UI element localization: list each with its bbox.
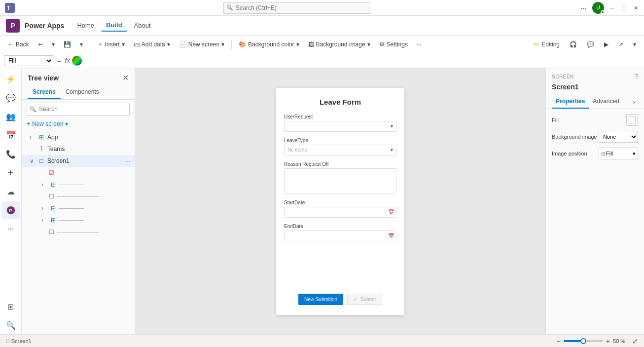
prop-select-background-image[interactable]: None [599, 131, 638, 143]
tree-item-screen1[interactable]: ∨ □ Screen1 ··· [22, 155, 135, 167]
background-image-button[interactable]: 🖼 Background image ▾ [304, 39, 374, 50]
formula-color-picker[interactable] [72, 56, 82, 66]
toolbar: ← Back ↩ ▾ 💾 ▾ ＋ Insert ▾ 🗃 Add data ▾ 📄… [0, 36, 644, 53]
tree-icon-child5: ⊞ [49, 216, 57, 224]
settings-button[interactable]: ⚙ Settings [375, 39, 412, 50]
right-panel: SCREEN ? Screen1 Properties Advanced › F… [545, 68, 644, 334]
right-panel-header: SCREEN ? [546, 68, 644, 82]
prop-fill-button[interactable] [626, 114, 638, 126]
start-date-calendar-icon: 📅 [388, 209, 394, 215]
share-button[interactable]: ↗ [614, 39, 627, 50]
toolbar-right-more-button[interactable]: ▾ [629, 39, 640, 50]
search-input[interactable] [223, 2, 371, 14]
tree-tabs: Screens Components [22, 85, 135, 100]
tree-item-label-app: App [47, 134, 131, 141]
back-icon: ← [8, 41, 14, 48]
new-screen-button[interactable]: + New screen ▾ [22, 118, 135, 131]
insert-dropdown-icon: ▾ [122, 41, 125, 48]
form-input-leave-type[interactable]: No items ▾ [284, 145, 396, 155]
zoom-in-button[interactable]: + [606, 337, 610, 345]
restore-button[interactable]: □ [620, 3, 628, 13]
comment-button[interactable]: 💬 [583, 39, 598, 50]
sidebar-icon-more-dots[interactable]: ··· [2, 220, 20, 238]
bottom-screen-checkbox: □ [6, 338, 9, 344]
right-panel-help-button[interactable]: ? [635, 73, 638, 80]
headset-button[interactable]: 🎧 [566, 39, 581, 50]
back-button[interactable]: ← Back [4, 39, 33, 50]
formula-property-select[interactable]: Fill [4, 55, 53, 66]
form-label-start-date: StartDate [284, 200, 396, 205]
tree-close-button[interactable]: ✕ [122, 73, 129, 82]
sidebar-icon-calendar[interactable]: 📅 [2, 126, 20, 144]
tree-item-child5[interactable]: › ⊞ ────── [22, 214, 135, 226]
nav-item-about[interactable]: About [129, 20, 156, 31]
tree-item-app[interactable]: › ⊞ App [22, 131, 135, 143]
zoom-slider-thumb [580, 338, 586, 344]
form-input-user-request[interactable]: ▾ [284, 121, 396, 132]
formula-input[interactable] [84, 55, 640, 66]
image-position-value: Fill [606, 151, 613, 156]
tree-icon-child2: ⊟ [49, 181, 57, 189]
tree-item-child4[interactable]: › ⊟ ────── [22, 202, 135, 214]
play-button[interactable]: ▶ [600, 39, 612, 50]
sidebar-icon-activity[interactable]: ⚡ [2, 70, 20, 88]
zoom-level-label: 50 % [613, 338, 625, 344]
sidebar-icon-powerapps[interactable]: P [2, 201, 20, 219]
sidebar-icon-apps[interactable]: ⊞ [2, 298, 20, 315]
sidebar-icon-calls[interactable]: 📞 [2, 145, 20, 163]
more-options-button[interactable]: ··· [578, 3, 588, 13]
add-data-button[interactable]: 🗃 Add data ▾ [130, 39, 174, 50]
form-input-reason[interactable] [284, 168, 396, 194]
right-panel-tab-advanced[interactable]: Advanced [589, 95, 623, 109]
tree-item-more-screen1[interactable]: ··· [125, 157, 131, 165]
new-submission-button[interactable]: New Submition [298, 294, 343, 305]
insert-button[interactable]: ＋ Insert ▾ [93, 38, 129, 50]
right-panel-collapse-button[interactable]: › [630, 95, 638, 109]
zoom-slider[interactable] [564, 340, 603, 342]
save-dropdown-button[interactable]: ▾ [76, 39, 87, 50]
nav-item-home[interactable]: Home [72, 20, 99, 31]
settings-icon: ⚙ [379, 41, 385, 48]
add-data-label: Add data [142, 41, 165, 48]
tree-item-child2[interactable]: › ⊟ ────── [22, 179, 135, 191]
avatar[interactable]: U [592, 2, 604, 14]
sidebar-icon-chat[interactable]: 💬 [2, 89, 20, 107]
tree-icon-screen1: □ [37, 157, 45, 165]
tree-item-child3[interactable]: ☐ ────────── [22, 191, 135, 202]
sidebar-icon-teams[interactable]: 👥 [2, 108, 20, 125]
tree-tab-screens[interactable]: Screens [28, 85, 61, 99]
tree-chevron-app: › [30, 134, 36, 141]
sidebar-icon-add[interactable]: + [2, 164, 20, 182]
tree-item-child6[interactable]: ☐ ────────── [22, 226, 135, 238]
form-input-end-date[interactable]: 📅 [284, 231, 396, 241]
form-input-start-date[interactable]: 📅 [284, 207, 396, 218]
tree-item-child1[interactable]: ☑ ──── [22, 167, 135, 179]
tree-item-teams[interactable]: › T Teams [22, 143, 135, 155]
minimize-button[interactable]: − [608, 3, 616, 13]
bottom-bar: □ Screen1 − + 50 % ⤢ [0, 334, 644, 347]
toolbar-more-button[interactable]: ··· [413, 39, 426, 50]
prop-select-image-position[interactable]: ⊟ Fill ▾ [599, 148, 638, 159]
background-color-icon: 🎨 [239, 41, 246, 48]
sidebar-icon-onedrive[interactable]: ☁ [2, 183, 20, 200]
right-panel-tab-properties[interactable]: Properties [552, 95, 589, 109]
background-color-button[interactable]: 🎨 Background color ▾ [235, 39, 303, 50]
tree-search-area: 🔍 [22, 100, 135, 118]
undo-button[interactable]: ↩ [34, 39, 47, 50]
close-button[interactable]: × [632, 3, 640, 13]
nav-item-build[interactable]: Build [101, 19, 127, 32]
tree-chevron-child2: › [41, 181, 47, 188]
undo-dropdown-button[interactable]: ▾ [48, 39, 59, 50]
submit-button[interactable]: ✓ Submit [347, 294, 382, 305]
zoom-out-button[interactable]: − [557, 337, 561, 345]
save-button[interactable]: 💾 [60, 39, 75, 50]
back-label: Back [16, 41, 29, 48]
formula-fx-icon: fx [65, 57, 70, 64]
tree-tab-components[interactable]: Components [61, 85, 104, 99]
new-screen-label: New screen [32, 120, 63, 127]
tree-item-label-teams: Teams [47, 146, 131, 153]
sidebar-icon-search[interactable]: 🔍 [2, 316, 20, 334]
tree-search-input[interactable] [27, 103, 130, 116]
expand-canvas-button[interactable]: ⤢ [632, 337, 638, 345]
new-screen-button[interactable]: 📄 New screen ▾ [175, 39, 228, 50]
